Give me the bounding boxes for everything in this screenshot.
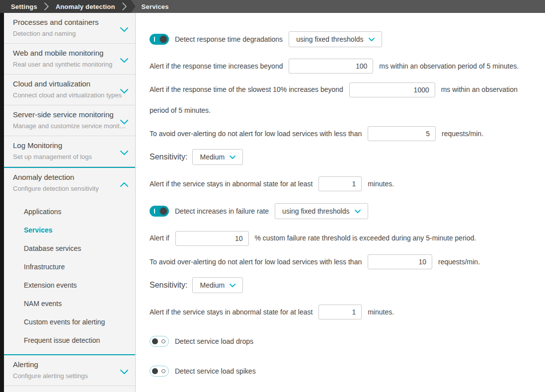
anomaly-detection-subitems: Applications Services Database services … bbox=[4, 198, 135, 355]
failure-rate-threshold-input[interactable] bbox=[175, 231, 249, 246]
breadcrumb-services[interactable]: Services bbox=[138, 3, 173, 10]
row-text-pre: Alert if the service stays in abnormal s… bbox=[150, 308, 312, 316]
response-time-threshold-input[interactable] bbox=[289, 59, 373, 74]
chevron-down-icon[interactable] bbox=[120, 25, 128, 34]
detect-service-load-drops-label: Detect service load drops bbox=[175, 337, 253, 345]
row-text-pre: To avoid over-alerting do not alert for … bbox=[150, 130, 362, 138]
breadcrumb-settings[interactable]: Settings bbox=[7, 3, 41, 10]
row-text-post: ms within an observation period of 5 min… bbox=[379, 62, 519, 70]
row-text-pre: To avoid over-alerting do not alert for … bbox=[150, 258, 362, 266]
row-text-pre: Alert if the response time increases bey… bbox=[150, 62, 283, 70]
row-text-pre: Alert if the response time of the slowes… bbox=[150, 86, 343, 94]
section-title: Anomaly detection bbox=[13, 172, 127, 182]
detect-failure-rate-increases-toggle[interactable] bbox=[150, 206, 169, 217]
sidebar-item-services[interactable]: Services bbox=[4, 221, 135, 239]
services-anomaly-settings-panel: Detect response time degradations using … bbox=[136, 13, 545, 392]
section-title: Server-side service monitoring bbox=[13, 110, 127, 120]
row-text-post: % custom failure rate threshold is excee… bbox=[254, 235, 476, 242]
detect-response-time-degradations-label: Detect response time degradations bbox=[175, 35, 283, 43]
breadcrumb: Settings Anomaly detection Services bbox=[0, 0, 545, 13]
detect-failure-rate-increases-label: Detect increases in failure rate bbox=[175, 207, 269, 215]
abnormal-state-duration-row-2: Alert if the service stays in abnormal s… bbox=[150, 302, 530, 322]
section-subtitle: Detection and naming bbox=[13, 29, 127, 38]
section-title: Processes and containers bbox=[13, 17, 127, 27]
detect-response-time-degradations-toggle[interactable] bbox=[150, 34, 169, 45]
sidebar-item-web-and-mobile-monitoring[interactable]: Web and mobile monitoring Real user and … bbox=[4, 44, 135, 75]
sidebar-item-custom-events-for-alerting[interactable]: Custom events for alerting bbox=[4, 313, 135, 331]
breadcrumb-dark-segment: Settings Anomaly detection bbox=[0, 0, 136, 13]
sidebar-item-frequent-issue-detection[interactable]: Frequent issue detection bbox=[4, 331, 135, 349]
dropdown-value: using fixed thresholds bbox=[282, 207, 349, 215]
dropdown-value: using fixed thresholds bbox=[296, 35, 363, 43]
abnormal-state-duration-input-1[interactable] bbox=[318, 176, 362, 191]
sensitivity-row-2: Sensitivity: Medium bbox=[150, 277, 530, 294]
low-load-threshold-row-2: To avoid over-alerting do not alert for … bbox=[150, 251, 530, 272]
detect-service-load-spikes-toggle[interactable] bbox=[150, 366, 169, 377]
sidebar-item-infrastructure[interactable]: Infrastructure bbox=[4, 257, 135, 276]
row-text-post: minutes. bbox=[368, 180, 394, 188]
breadcrumb-anomaly-detection[interactable]: Anomaly detection bbox=[52, 3, 119, 10]
toggle-knob bbox=[152, 368, 158, 374]
row-text-post: minutes. bbox=[368, 308, 394, 316]
chevron-up-icon[interactable] bbox=[120, 180, 128, 189]
dropdown-value: Medium bbox=[200, 153, 225, 161]
sidebar-item-extension-events[interactable]: Extension events bbox=[4, 276, 135, 294]
slowest-10-percent-threshold-row: Alert if the response time of the slowes… bbox=[150, 79, 530, 120]
toggle-knob bbox=[159, 207, 168, 216]
abnormal-state-duration-row-1: Alert if the service stays in abnormal s… bbox=[150, 173, 530, 194]
chevron-down-icon[interactable] bbox=[120, 56, 128, 65]
chevron-down-icon bbox=[230, 284, 235, 287]
sidebar-item-processes-and-containers[interactable]: Processes and containers Detection and n… bbox=[4, 13, 135, 44]
failure-threshold-mode-dropdown[interactable]: using fixed thresholds bbox=[275, 203, 368, 219]
chevron-down-icon[interactable] bbox=[120, 367, 128, 376]
response-threshold-mode-dropdown[interactable]: using fixed thresholds bbox=[289, 31, 382, 47]
low-load-threshold-input-1[interactable] bbox=[368, 126, 436, 141]
sidebar-item-anomaly-detection[interactable]: Anomaly detection Configure detection se… bbox=[4, 167, 135, 198]
section-title: Log Monitoring bbox=[13, 141, 127, 151]
window-edge bbox=[0, 13, 4, 392]
sidebar-item-applications[interactable]: Applications bbox=[4, 202, 135, 221]
section-subtitle: Configure alerting settings bbox=[13, 372, 127, 380]
row-text-post: requests/min. bbox=[442, 130, 483, 138]
failure-rate-threshold-row: Alert if % custom failure rate threshold… bbox=[150, 228, 530, 248]
settings-sidebar: Processes and containers Detection and n… bbox=[4, 13, 136, 392]
abnormal-state-duration-input-2[interactable] bbox=[318, 305, 362, 319]
section-subtitle: Real user and synthetic monitoring bbox=[13, 60, 127, 69]
sidebar-item-database-services[interactable]: Database services bbox=[4, 239, 135, 257]
response-time-threshold-row: Alert if the response time increases bey… bbox=[150, 56, 530, 76]
chevron-down-icon bbox=[230, 156, 235, 159]
row-text-pre: Alert if bbox=[150, 235, 169, 242]
sidebar-item-integration[interactable]: Integration Integrate Dynatrace with 3rd… bbox=[4, 386, 135, 392]
chevron-down-icon bbox=[369, 38, 375, 41]
slowest-10-percent-threshold-input[interactable] bbox=[349, 82, 435, 97]
chevron-down-icon[interactable] bbox=[120, 148, 128, 157]
sidebar-item-log-monitoring[interactable]: Log Monitoring Set up management of logs bbox=[4, 136, 135, 167]
section-title: Web and mobile monitoring bbox=[13, 48, 127, 58]
section-subtitle: Configure detection sensitivity bbox=[13, 184, 127, 193]
toggle-off-indicator bbox=[161, 369, 165, 373]
toggle-on-indicator bbox=[154, 37, 155, 42]
chevron-down-icon[interactable] bbox=[120, 117, 128, 126]
sidebar-item-nam-events[interactable]: NAM events bbox=[4, 294, 135, 313]
row-text-pre: Alert if the service stays in abnormal s… bbox=[150, 180, 312, 188]
section-title: Cloud and virtualization bbox=[13, 79, 127, 89]
row-text-post: requests/min. bbox=[438, 258, 480, 266]
section-subtitle: Connect cloud and virtualization types bbox=[13, 91, 127, 99]
toggle-knob bbox=[159, 35, 168, 44]
low-load-threshold-input-2[interactable] bbox=[368, 254, 432, 269]
sensitivity-label: Sensitivity: bbox=[150, 281, 187, 290]
sidebar-item-server-side-service-monitoring[interactable]: Server-side service monitoring Manage an… bbox=[4, 105, 135, 136]
detect-service-load-drops-toggle[interactable] bbox=[150, 336, 169, 347]
sensitivity-dropdown-1[interactable]: Medium bbox=[192, 149, 243, 165]
sidebar-item-cloud-and-virtualization[interactable]: Cloud and virtualization Connect cloud a… bbox=[4, 75, 135, 105]
chevron-right-icon bbox=[122, 2, 127, 11]
toggle-knob bbox=[152, 338, 158, 344]
chevron-right-icon bbox=[44, 2, 49, 11]
chevron-down-icon[interactable] bbox=[120, 86, 128, 95]
sensitivity-dropdown-2[interactable]: Medium bbox=[192, 277, 243, 293]
detect-service-load-spikes-label: Detect service load spikes bbox=[175, 367, 256, 375]
low-load-threshold-row-1: To avoid over-alerting do not alert for … bbox=[150, 123, 530, 144]
dropdown-value: Medium bbox=[200, 281, 225, 289]
sidebar-item-alerting[interactable]: Alerting Configure alerting settings bbox=[4, 355, 135, 386]
toggle-on-indicator bbox=[154, 209, 155, 214]
